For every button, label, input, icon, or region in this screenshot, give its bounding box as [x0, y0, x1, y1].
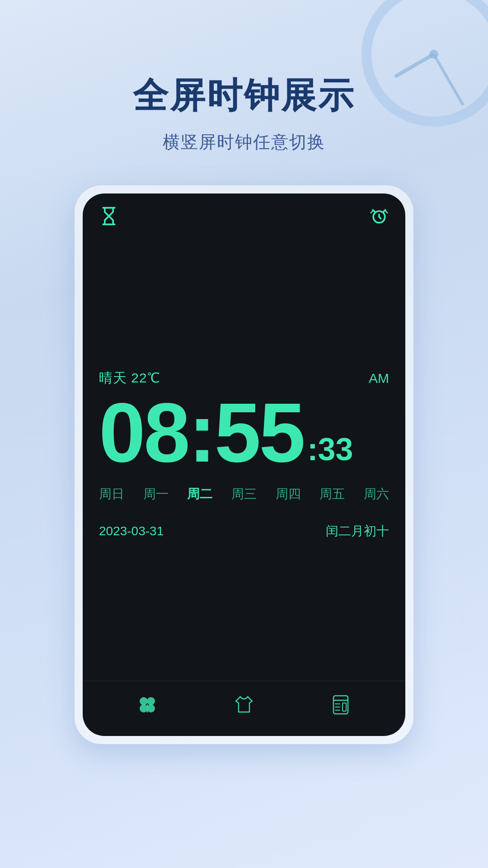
weekdays-row: 周日 周一 周二 周三 周四 周五 周六 [99, 486, 389, 503]
weekday-mon: 周一 [143, 486, 169, 503]
themes-icon[interactable] [136, 694, 158, 720]
date-row: 2023-03-31 闰二月初十 [99, 523, 389, 540]
alarm-icon[interactable] [369, 206, 389, 229]
appearance-icon[interactable] [233, 694, 255, 720]
weekday-fri: 周五 [319, 486, 345, 503]
svg-point-3 [140, 704, 148, 712]
phone-mockup: 晴天 22℃ AM 08:55 :33 周日 周一 周二 周三 周四 周五 [75, 185, 413, 744]
weekday-thu: 周四 [276, 486, 301, 503]
clock-display-area: 晴天 22℃ AM 08:55 :33 周日 周一 周二 周三 周四 周五 [83, 237, 405, 681]
timer-icon[interactable] [99, 206, 119, 229]
svg-rect-8 [343, 703, 346, 711]
settings-icon[interactable] [330, 694, 352, 720]
svg-point-2 [147, 697, 155, 705]
phone-topbar [83, 193, 405, 237]
phone-screen: 晴天 22℃ AM 08:55 :33 周日 周一 周二 周三 周四 周五 [83, 193, 405, 736]
time-seconds: :33 [307, 431, 353, 467]
weekday-sun: 周日 [99, 486, 124, 503]
time-display: 08:55 :33 [99, 391, 389, 475]
svg-point-1 [140, 697, 148, 705]
weather-info: 晴天 22℃ [99, 369, 160, 387]
time-period: AM [369, 371, 389, 386]
gregorian-date: 2023-03-31 [99, 524, 164, 538]
page-subtitle: 横竖屏时钟任意切换 [163, 131, 325, 154]
weekday-wed: 周三 [231, 486, 257, 503]
weekday-sat: 周六 [364, 486, 389, 503]
svg-point-4 [147, 704, 155, 712]
time-hours: 08 [99, 386, 188, 479]
time-hours-minutes: 08:55 [99, 391, 304, 475]
main-content: 全屏时钟展示 横竖屏时钟任意切换 [0, 0, 488, 744]
lunar-date: 闰二月初十 [326, 523, 389, 540]
weather-am-row: 晴天 22℃ AM [99, 369, 389, 387]
weekday-tue: 周二 [187, 486, 212, 503]
time-minutes: 55 [214, 386, 304, 479]
page-title: 全屏时钟展示 [133, 72, 355, 120]
phone-bottombar [83, 681, 405, 736]
